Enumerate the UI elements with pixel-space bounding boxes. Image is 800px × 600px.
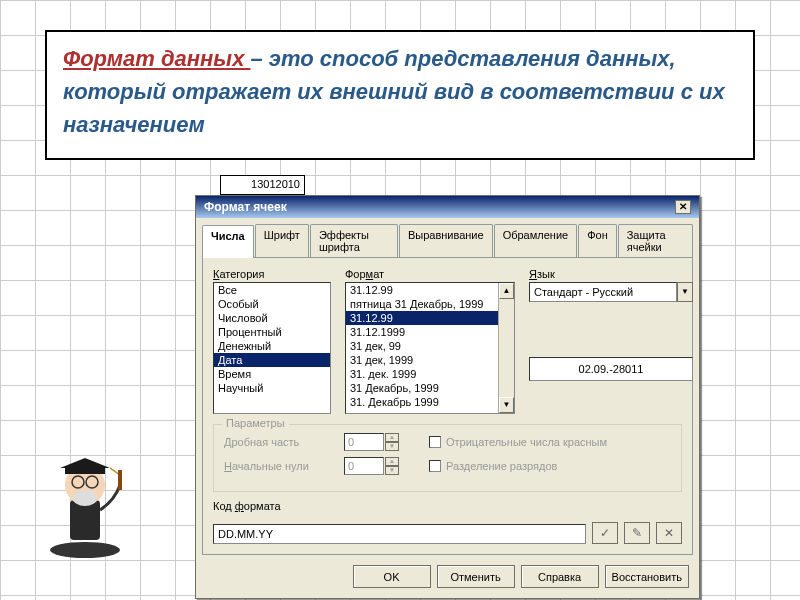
- spin-up-icon[interactable]: ▲: [385, 433, 399, 442]
- heading-text: Формат данных – это способ представления…: [63, 42, 737, 141]
- scroll-down-icon[interactable]: ▼: [499, 397, 514, 413]
- ok-button[interactable]: OK: [353, 565, 431, 588]
- svg-rect-10: [118, 470, 122, 490]
- decimal-input[interactable]: [344, 433, 384, 451]
- cancel-button[interactable]: Отменить: [437, 565, 515, 588]
- params-group: Параметры Дробная часть ▲▼ Отрицательные…: [213, 424, 682, 492]
- format-scrollbar[interactable]: ▲ ▼: [498, 283, 514, 413]
- svg-point-5: [73, 490, 97, 506]
- category-label-text: атегория: [219, 268, 264, 280]
- tab-numbers[interactable]: Числа: [202, 225, 254, 258]
- category-item[interactable]: Денежный: [214, 339, 330, 353]
- tab-font[interactable]: Шрифт: [255, 224, 309, 257]
- format-cells-dialog: Формат ячеек ✕ Числа Шрифт Эффекты шрифт…: [195, 195, 700, 599]
- scroll-up-icon[interactable]: ▲: [499, 283, 514, 299]
- tab-background[interactable]: Фон: [578, 224, 617, 257]
- category-label: Категория: [213, 268, 331, 280]
- format-code-label: Код формата: [213, 500, 682, 512]
- format-item[interactable]: 31. Декабрь 1999: [346, 395, 514, 409]
- tab-row: Числа Шрифт Эффекты шрифта Выравнивание …: [196, 218, 699, 257]
- chevron-down-icon[interactable]: ▼: [677, 282, 693, 302]
- format-label: Формат: [345, 268, 515, 280]
- edit-code-button[interactable]: ✎: [624, 522, 650, 544]
- svg-rect-7: [65, 468, 105, 474]
- negative-red-checkbox[interactable]: Отрицательные числа красным: [429, 436, 607, 448]
- format-item[interactable]: 31 дек, 1999: [346, 353, 514, 367]
- close-icon[interactable]: ✕: [675, 200, 691, 214]
- category-item[interactable]: Все: [214, 283, 330, 297]
- category-item[interactable]: Время: [214, 367, 330, 381]
- language-input[interactable]: [529, 282, 677, 302]
- category-item[interactable]: Числовой: [214, 311, 330, 325]
- spin-down-icon[interactable]: ▼: [385, 442, 399, 451]
- reset-button[interactable]: Восстановить: [605, 565, 689, 588]
- decimal-spinner[interactable]: ▲▼: [344, 433, 399, 451]
- category-item[interactable]: Особый: [214, 297, 330, 311]
- mascot-professor-icon: [35, 440, 135, 560]
- help-button[interactable]: Справка: [521, 565, 599, 588]
- checkbox-icon[interactable]: [429, 436, 441, 448]
- category-item-selected[interactable]: Дата: [214, 353, 330, 367]
- format-item[interactable]: 31 дек, 99: [346, 339, 514, 353]
- params-legend: Параметры: [222, 417, 289, 429]
- tab-panel: Категория Все Особый Числовой Процентный…: [202, 257, 693, 555]
- dialog-title: Формат ячеек: [204, 200, 287, 214]
- category-item[interactable]: Процентный: [214, 325, 330, 339]
- format-item[interactable]: 31 Декабрь, 1999: [346, 381, 514, 395]
- format-item-selected[interactable]: 31.12.99: [346, 311, 514, 325]
- tab-alignment[interactable]: Выравнивание: [399, 224, 493, 257]
- leading-zeros-label: Начальные нули: [224, 460, 334, 472]
- category-listbox[interactable]: Все Особый Числовой Процентный Денежный …: [213, 282, 331, 414]
- svg-marker-6: [60, 458, 110, 468]
- spin-down-icon[interactable]: ▼: [385, 466, 399, 475]
- format-item[interactable]: пятница 31 Декабрь, 1999: [346, 297, 514, 311]
- format-item[interactable]: 31.12.99: [346, 283, 514, 297]
- negative-red-label: Отрицательные числа красным: [446, 436, 607, 448]
- format-preview: 02.09.-28011: [529, 357, 693, 381]
- dialog-button-row: OK Отменить Справка Восстановить: [196, 555, 699, 598]
- leading-zeros-input[interactable]: [344, 457, 384, 475]
- thousands-sep-label: Разделение разрядов: [446, 460, 557, 472]
- decimal-label: Дробная часть: [224, 436, 334, 448]
- tab-borders[interactable]: Обрамление: [494, 224, 578, 257]
- language-label: Язык: [529, 268, 693, 280]
- format-item[interactable]: 31.12.1999: [346, 325, 514, 339]
- format-item[interactable]: 31. дек. 1999: [346, 367, 514, 381]
- thousands-sep-checkbox[interactable]: Разделение разрядов: [429, 460, 557, 472]
- delete-code-button[interactable]: ✕: [656, 522, 682, 544]
- dialog-title-bar[interactable]: Формат ячеек ✕: [196, 196, 699, 218]
- tab-font-effects[interactable]: Эффекты шрифта: [310, 224, 398, 257]
- language-select[interactable]: ▼: [529, 282, 693, 302]
- checkbox-icon[interactable]: [429, 460, 441, 472]
- tab-protection[interactable]: Защита ячейки: [618, 224, 693, 257]
- heading-term: Формат данных: [63, 46, 251, 71]
- category-item[interactable]: Научный: [214, 381, 330, 395]
- svg-point-0: [50, 542, 120, 558]
- spin-up-icon[interactable]: ▲: [385, 457, 399, 466]
- apply-code-button[interactable]: ✓: [592, 522, 618, 544]
- format-listbox[interactable]: 31.12.99 пятница 31 Декабрь, 1999 31.12.…: [345, 282, 515, 414]
- cell-value-display: 13012010: [220, 175, 305, 195]
- format-code-input[interactable]: [213, 524, 586, 544]
- leading-zeros-spinner[interactable]: ▲▼: [344, 457, 399, 475]
- heading-box: Формат данных – это способ представления…: [45, 30, 755, 160]
